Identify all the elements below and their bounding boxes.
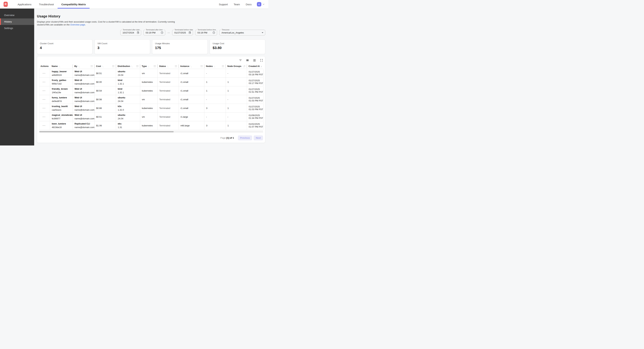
- email-link[interactable]: name@domain.com: [74, 109, 93, 111]
- stat-card-usage-minutes: Usage Minutes 175: [152, 39, 208, 54]
- row-menu-icon[interactable]: [42, 90, 46, 92]
- column-menu-icon[interactable]: [90, 65, 93, 67]
- sidebar-item-overview[interactable]: Overview: [0, 12, 34, 18]
- nav-item-support[interactable]: Support: [216, 3, 231, 6]
- stat-label: VM Count: [98, 42, 147, 45]
- column-menu-icon[interactable]: [200, 65, 203, 67]
- filter-icon[interactable]: [239, 59, 242, 62]
- column-header-status[interactable]: Status: [158, 63, 178, 69]
- nav-item-applications[interactable]: Applications: [14, 0, 35, 8]
- cell-status: Terminated: [158, 95, 179, 104]
- cell-created-at: 01/09/202501:34 PM PST: [247, 112, 264, 121]
- sort-icon[interactable]: [131, 65, 132, 67]
- overview-page-link[interactable]: Overview page: [70, 23, 85, 26]
- calendar-icon[interactable]: [187, 31, 191, 34]
- row-menu-icon[interactable]: [42, 107, 46, 109]
- email-link[interactable]: name@domain.com: [74, 91, 93, 94]
- cell-cost: $1.06: [94, 121, 116, 130]
- calendar-icon[interactable]: [135, 31, 139, 34]
- fullscreen-icon[interactable]: [260, 59, 263, 62]
- cell-by: Web UIname@domain.com: [73, 78, 94, 86]
- terminated-before-date-field[interactable]: Terminated before date 01/27/2025: [172, 30, 193, 35]
- email-link[interactable]: name@domain.com: [74, 100, 93, 103]
- sort-icon[interactable]: [242, 65, 244, 67]
- table-row: funny_lumierede9ed87d Web UIname@domain.…: [39, 95, 263, 104]
- next-page-button[interactable]: Next: [254, 135, 263, 140]
- replicated-logo[interactable]: R: [4, 2, 8, 7]
- cell-by: Web UIname@domain.com: [73, 86, 94, 95]
- user-avatar[interactable]: K: [257, 2, 261, 6]
- row-menu-icon[interactable]: [42, 124, 46, 126]
- sort-icon[interactable]: [214, 65, 215, 67]
- row-menu-icon[interactable]: [42, 81, 46, 83]
- cell-type: kubernetes: [140, 104, 158, 112]
- terminated-after-time-field[interactable]: Terminated after time 03:19 PM: [144, 30, 165, 35]
- cell-by: Replicated CLIname@domain.com: [73, 121, 94, 130]
- terminated-before-time-field[interactable]: Terminated before time 03:19 PM: [195, 30, 217, 35]
- sort-icon[interactable]: [167, 65, 168, 67]
- cell-distribution: ubuntu24.04: [116, 95, 140, 104]
- column-menu-icon[interactable]: [136, 65, 138, 67]
- column-menu-icon[interactable]: [175, 65, 177, 67]
- nav-item-troubleshoot[interactable]: Troubleshoot: [35, 0, 58, 8]
- nav-item-compatibility-matrix[interactable]: Compatibility Matrix: [58, 0, 90, 8]
- clock-icon[interactable]: [159, 31, 164, 34]
- chevron-down-icon[interactable]: [262, 3, 265, 6]
- table-row: magical_stonebrakerfe3f8977 Web UIname@d…: [39, 112, 263, 121]
- cell-instance: m6i.large: [179, 121, 204, 130]
- previous-page-button[interactable]: Previous: [238, 135, 252, 140]
- row-menu-icon[interactable]: [42, 98, 46, 100]
- sort-icon[interactable]: [78, 65, 80, 67]
- column-label: Cost: [96, 65, 101, 67]
- sort-icon[interactable]: [148, 65, 149, 67]
- column-header-name[interactable]: Name: [50, 63, 73, 69]
- cell-node-groups: 1: [226, 121, 247, 130]
- cell-actions: [39, 78, 50, 86]
- column-header-node-groups[interactable]: Node Groups: [226, 63, 247, 69]
- nav-item-team[interactable]: Team: [231, 3, 243, 6]
- column-header-created-at[interactable]: Created At: [247, 63, 264, 69]
- column-header-by[interactable]: By: [73, 63, 94, 69]
- filter-bar: Terminated after date 10/27/2024 Termina…: [37, 30, 265, 35]
- nav-item-docs[interactable]: Docs: [243, 3, 254, 6]
- stat-value: 175: [155, 46, 205, 50]
- sort-icon[interactable]: [58, 65, 60, 67]
- horizontal-scrollbar[interactable]: [39, 131, 263, 132]
- email-link[interactable]: name@domain.com: [74, 74, 93, 76]
- sidebar-item-history[interactable]: History: [0, 18, 34, 25]
- column-menu-icon[interactable]: [222, 65, 224, 67]
- clock-icon[interactable]: [211, 31, 215, 34]
- column-header-cost[interactable]: Cost: [94, 63, 116, 69]
- main-content: Usage History Displays prior clusters/VM…: [34, 8, 268, 145]
- sort-desc-icon[interactable]: [261, 65, 262, 67]
- cell-instance: r1.small: [179, 95, 204, 104]
- column-header-nodes[interactable]: Nodes: [204, 63, 226, 69]
- column-menu-icon[interactable]: [112, 65, 114, 67]
- stat-card-vm-count: VM Count 3: [94, 39, 150, 54]
- field-label: Timezone: [221, 29, 230, 31]
- cell-node-groups: -: [226, 112, 247, 121]
- cell-created-at: 01/27/202503:18 PM PST: [247, 69, 264, 77]
- terminated-after-date-field[interactable]: Terminated after date 10/27/2024: [120, 30, 141, 35]
- email-link[interactable]: name@domain.com: [74, 82, 93, 85]
- column-menu-icon[interactable]: [154, 65, 156, 67]
- sort-icon[interactable]: [102, 65, 104, 67]
- density-icon[interactable]: [253, 59, 256, 62]
- column-menu-icon[interactable]: [244, 65, 245, 67]
- email-link[interactable]: name@domain.com: [74, 126, 93, 129]
- timezone-select[interactable]: Timezone America/Los_Angeles: [219, 30, 265, 35]
- row-menu-icon[interactable]: [42, 116, 46, 118]
- sidebar-item-settings[interactable]: Settings: [0, 25, 34, 31]
- usage-history-screen: R Applications Troubleshoot Compatibilit…: [0, 0, 268, 145]
- dropdown-arrow-icon[interactable]: [260, 32, 264, 33]
- cell-actions: [39, 104, 50, 112]
- row-menu-icon[interactable]: [42, 72, 46, 74]
- column-header-type[interactable]: Type: [140, 63, 158, 69]
- column-header-distribution[interactable]: Distribution: [116, 63, 140, 69]
- scrollbar-thumb[interactable]: [39, 131, 174, 132]
- columns-icon[interactable]: [246, 59, 249, 62]
- sort-icon[interactable]: [190, 65, 192, 67]
- email-link[interactable]: name@domain.com: [74, 117, 93, 120]
- column-header-instance[interactable]: Instance: [178, 63, 204, 69]
- field-value: 03:19 PM: [146, 31, 156, 34]
